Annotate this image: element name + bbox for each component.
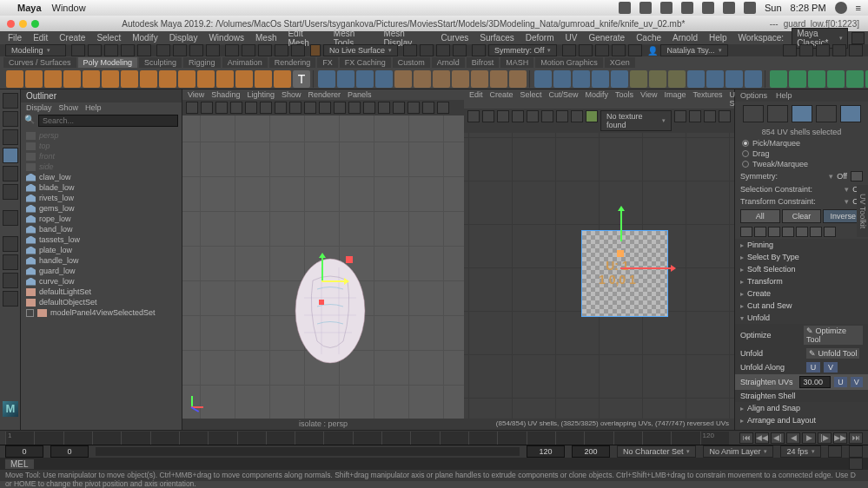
shelf-tab[interactable]: Arnold — [432, 57, 465, 68]
polysphere-icon[interactable] — [6, 70, 23, 88]
vp-btn[interactable] — [201, 102, 213, 114]
status-icon[interactable] — [189, 44, 203, 56]
vp-btn[interactable] — [275, 102, 287, 114]
shelf-tab[interactable]: Sculpting — [139, 57, 182, 68]
shelf-icon[interactable] — [668, 70, 686, 88]
status-icon[interactable] — [612, 44, 626, 56]
uv-menu[interactable]: Image — [664, 90, 686, 108]
script-editor-btn[interactable] — [849, 458, 863, 470]
menu-file[interactable]: File — [3, 33, 26, 43]
outliner-menu-show[interactable]: Show — [59, 103, 79, 112]
fps-dropdown[interactable]: 24 fps — [780, 445, 821, 458]
character-set-dropdown[interactable]: No Character Set — [617, 445, 697, 458]
menu-windows[interactable]: Windows — [204, 33, 248, 43]
shelf-icon[interactable] — [414, 70, 431, 88]
menu-help[interactable]: Help — [705, 33, 732, 43]
outliner-item[interactable]: plate_low — [21, 245, 182, 255]
straighten-shell-btn[interactable]: Straighten Shell — [740, 392, 803, 400]
shelf-tab[interactable]: Animation — [222, 57, 268, 68]
status-icon[interactable] — [579, 44, 593, 56]
shelf-tab[interactable]: XGen — [605, 57, 635, 68]
vp-btn[interactable] — [319, 102, 331, 114]
move-tool[interactable] — [3, 148, 18, 163]
vp-btn[interactable] — [378, 102, 390, 114]
outliner-item[interactable]: modelPanel4ViewSelectedSet — [21, 307, 182, 318]
play-fwd-btn[interactable]: ▶ — [802, 432, 816, 444]
status-icon[interactable] — [562, 44, 576, 56]
status-icon[interactable] — [71, 44, 85, 56]
shelf-icon[interactable] — [318, 70, 335, 88]
straighten-uvs-btn[interactable]: Straighten UVs — [740, 378, 796, 386]
uv-btn[interactable] — [512, 110, 524, 122]
vp-menu-lighting[interactable]: Lighting — [247, 90, 275, 99]
outliner-item[interactable]: side — [21, 162, 182, 172]
shelf-tab[interactable]: MASH — [500, 57, 533, 68]
live-surface-dropdown[interactable]: No Live Surface — [323, 44, 398, 56]
outliner-item[interactable]: guard_low — [21, 266, 182, 276]
uv-btn[interactable] — [719, 110, 731, 122]
shelf-icon[interactable] — [394, 70, 412, 88]
mode-shell-btn[interactable] — [792, 105, 812, 122]
uv-btn[interactable] — [482, 110, 494, 122]
menu-arnold[interactable]: Arnold — [668, 33, 702, 43]
polyhelix-icon[interactable] — [216, 70, 234, 88]
status-icon[interactable] — [595, 44, 609, 56]
vp-btn[interactable] — [363, 102, 375, 114]
layout-persp[interactable] — [3, 291, 18, 307]
sel-icon[interactable] — [796, 227, 808, 237]
uv-menu[interactable]: Edit — [469, 90, 483, 108]
shelf-tab[interactable]: Curves / Surfaces — [3, 57, 76, 68]
mode-radio[interactable] — [742, 150, 749, 157]
shelf-icon[interactable] — [706, 70, 724, 88]
lasso-tool[interactable] — [3, 111, 18, 127]
prev-key-btn[interactable]: ◀| — [771, 432, 785, 444]
gizmo-z-handle[interactable] — [319, 300, 324, 305]
menu-display[interactable]: Display — [165, 33, 202, 43]
uv-menu[interactable]: Select — [520, 90, 542, 108]
rotate-tool[interactable] — [3, 166, 18, 181]
layout-single[interactable] — [3, 236, 18, 252]
polycylinder-icon[interactable] — [44, 70, 62, 88]
menu-surfaces[interactable]: Surfaces — [475, 33, 518, 43]
mac-time[interactable]: 8:28 PM — [791, 3, 826, 13]
uv-btn[interactable] — [704, 110, 716, 122]
shelf-icon[interactable] — [471, 70, 488, 88]
gizmo-y-axis[interactable] — [321, 254, 323, 280]
go-end-btn[interactable]: ⏭ — [849, 432, 863, 444]
shelf-tab[interactable]: Rigging — [183, 57, 221, 68]
last-tool[interactable] — [3, 210, 18, 226]
toolkit-tab-options[interactable]: Options — [740, 91, 767, 100]
unfold-tool-btn[interactable]: ✎ Unfold Tool — [806, 348, 859, 359]
mode-wire-btn[interactable] — [743, 105, 764, 122]
vp-menu-show[interactable]: Show — [282, 90, 301, 99]
shelf-icon[interactable] — [509, 70, 527, 88]
status-icon[interactable] — [420, 44, 434, 56]
gizmo-plane-handle[interactable] — [346, 256, 353, 263]
status-icon[interactable] — [121, 44, 135, 56]
unfold-v-btn[interactable]: V — [824, 362, 838, 373]
section-cutsew[interactable]: Cut and Sew — [735, 300, 868, 312]
vp-btn[interactable] — [393, 102, 405, 114]
symmetry-dropdown[interactable]: Symmetry: Off — [488, 44, 557, 56]
status-icon[interactable] — [403, 44, 417, 56]
uv-menu[interactable]: Textures — [692, 90, 722, 108]
mode-face-btn[interactable] — [840, 105, 861, 122]
uv-btn[interactable] — [497, 110, 509, 122]
vp-btn[interactable] — [230, 102, 242, 114]
polyplane-icon[interactable] — [102, 70, 119, 88]
status-icon[interactable] — [156, 44, 170, 56]
section-unfold[interactable]: Unfold — [735, 312, 868, 324]
shelf-icon[interactable] — [534, 70, 552, 88]
script-lang-label[interactable]: MEL — [5, 459, 34, 469]
straighten-angle-field[interactable] — [799, 376, 831, 388]
shelf-icon[interactable] — [592, 70, 609, 88]
status-icon[interactable] — [453, 44, 467, 56]
sel-icon[interactable] — [824, 227, 836, 237]
section-arrangelayout[interactable]: Arrange and Layout — [735, 414, 868, 426]
uv-toolkit-tab[interactable]: UV Toolkit — [857, 185, 868, 237]
sel-icon[interactable] — [810, 227, 822, 237]
section-create[interactable]: Create — [735, 287, 868, 300]
polypyramid-icon[interactable] — [159, 70, 176, 88]
shelf-icon[interactable] — [337, 70, 354, 88]
range-end-field[interactable] — [527, 445, 565, 458]
